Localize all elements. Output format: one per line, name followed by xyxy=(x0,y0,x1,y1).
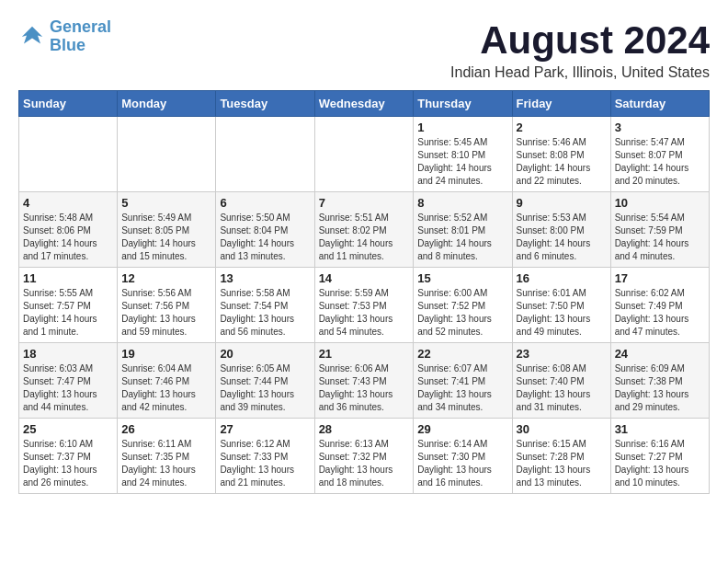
calendar-cell: 17Sunrise: 6:02 AM Sunset: 7:49 PM Dayli… xyxy=(610,268,709,343)
calendar-table: SundayMondayTuesdayWednesdayThursdayFrid… xyxy=(18,90,710,494)
calendar-cell: 29Sunrise: 6:14 AM Sunset: 7:30 PM Dayli… xyxy=(414,419,512,494)
calendar-cell xyxy=(19,117,118,192)
calendar-cell: 21Sunrise: 6:06 AM Sunset: 7:43 PM Dayli… xyxy=(314,343,414,419)
day-info: Sunrise: 6:08 AM Sunset: 7:40 PM Dayligh… xyxy=(517,362,607,414)
calendar-cell xyxy=(216,117,314,192)
day-number: 2 xyxy=(517,121,607,134)
day-number: 20 xyxy=(220,347,310,361)
calendar-cell: 24Sunrise: 6:09 AM Sunset: 7:38 PM Dayli… xyxy=(610,343,709,419)
title-section: August 2024 Indian Head Park, Illinois, … xyxy=(450,18,710,81)
day-number: 4 xyxy=(23,196,113,210)
day-number: 23 xyxy=(517,347,607,361)
day-info: Sunrise: 6:10 AM Sunset: 7:37 PM Dayligh… xyxy=(23,438,113,489)
calendar-cell: 18Sunrise: 6:03 AM Sunset: 7:47 PM Dayli… xyxy=(19,343,118,419)
day-number: 28 xyxy=(319,422,410,436)
day-info: Sunrise: 5:54 AM Sunset: 7:59 PM Dayligh… xyxy=(615,212,705,263)
day-info: Sunrise: 5:58 AM Sunset: 7:54 PM Dayligh… xyxy=(220,287,310,339)
calendar-cell: 23Sunrise: 6:08 AM Sunset: 7:40 PM Dayli… xyxy=(512,343,610,419)
logo-blue: Blue xyxy=(50,36,85,54)
day-number: 8 xyxy=(417,196,507,210)
calendar-cell: 11Sunrise: 5:55 AM Sunset: 7:57 PM Dayli… xyxy=(19,268,118,343)
calendar-cell xyxy=(314,117,414,192)
day-number: 29 xyxy=(417,422,507,436)
calendar-cell: 30Sunrise: 6:15 AM Sunset: 7:28 PM Dayli… xyxy=(512,419,610,494)
day-info: Sunrise: 5:49 AM Sunset: 8:05 PM Dayligh… xyxy=(121,212,211,263)
day-number: 14 xyxy=(319,271,410,285)
calendar-cell: 12Sunrise: 5:56 AM Sunset: 7:56 PM Dayli… xyxy=(118,268,216,343)
day-info: Sunrise: 6:07 AM Sunset: 7:41 PM Dayligh… xyxy=(417,362,507,414)
day-info: Sunrise: 5:53 AM Sunset: 8:00 PM Dayligh… xyxy=(517,212,607,263)
day-number: 24 xyxy=(615,347,705,361)
column-header-wednesday: Wednesday xyxy=(314,91,414,117)
day-number: 31 xyxy=(615,422,705,436)
calendar-cell: 26Sunrise: 6:11 AM Sunset: 7:35 PM Dayli… xyxy=(118,419,216,494)
day-info: Sunrise: 6:12 AM Sunset: 7:33 PM Dayligh… xyxy=(220,438,310,489)
calendar-week-row: 25Sunrise: 6:10 AM Sunset: 7:37 PM Dayli… xyxy=(19,419,710,494)
calendar-cell: 27Sunrise: 6:12 AM Sunset: 7:33 PM Dayli… xyxy=(216,419,314,494)
logo-general: General xyxy=(50,17,111,36)
calendar-cell: 9Sunrise: 5:53 AM Sunset: 8:00 PM Daylig… xyxy=(512,192,610,268)
calendar-cell: 6Sunrise: 5:50 AM Sunset: 8:04 PM Daylig… xyxy=(216,192,314,268)
column-header-tuesday: Tuesday xyxy=(216,91,314,117)
day-info: Sunrise: 5:51 AM Sunset: 8:02 PM Dayligh… xyxy=(319,212,410,263)
day-number: 19 xyxy=(121,347,211,361)
calendar-cell: 10Sunrise: 5:54 AM Sunset: 7:59 PM Dayli… xyxy=(610,192,709,268)
day-number: 21 xyxy=(319,347,410,361)
day-info: Sunrise: 6:00 AM Sunset: 7:52 PM Dayligh… xyxy=(417,287,507,339)
day-number: 18 xyxy=(23,347,113,361)
day-info: Sunrise: 6:16 AM Sunset: 7:27 PM Dayligh… xyxy=(615,438,705,489)
calendar-cell: 20Sunrise: 6:05 AM Sunset: 7:44 PM Dayli… xyxy=(216,343,314,419)
day-info: Sunrise: 6:01 AM Sunset: 7:50 PM Dayligh… xyxy=(517,287,607,339)
day-info: Sunrise: 6:15 AM Sunset: 7:28 PM Dayligh… xyxy=(517,438,607,489)
day-number: 3 xyxy=(615,121,705,134)
day-number: 17 xyxy=(615,271,705,285)
column-header-sunday: Sunday xyxy=(19,91,118,117)
column-header-thursday: Thursday xyxy=(414,91,512,117)
svg-marker-0 xyxy=(22,27,43,44)
day-number: 30 xyxy=(517,422,607,436)
day-info: Sunrise: 6:04 AM Sunset: 7:46 PM Dayligh… xyxy=(121,362,211,414)
day-number: 27 xyxy=(220,422,310,436)
column-header-monday: Monday xyxy=(118,91,216,117)
day-number: 16 xyxy=(517,271,607,285)
day-number: 5 xyxy=(121,196,211,210)
day-number: 13 xyxy=(220,271,310,285)
column-header-saturday: Saturday xyxy=(610,91,709,117)
calendar-week-row: 18Sunrise: 6:03 AM Sunset: 7:47 PM Dayli… xyxy=(19,343,710,419)
day-info: Sunrise: 6:13 AM Sunset: 7:32 PM Dayligh… xyxy=(319,438,410,489)
calendar-cell: 16Sunrise: 6:01 AM Sunset: 7:50 PM Dayli… xyxy=(512,268,610,343)
day-info: Sunrise: 5:48 AM Sunset: 8:06 PM Dayligh… xyxy=(23,212,113,263)
day-number: 26 xyxy=(121,422,211,436)
day-number: 1 xyxy=(417,121,507,134)
logo-bird-icon xyxy=(18,23,46,51)
calendar-week-row: 4Sunrise: 5:48 AM Sunset: 8:06 PM Daylig… xyxy=(19,192,710,268)
calendar-header-row: SundayMondayTuesdayWednesdayThursdayFrid… xyxy=(19,91,710,117)
day-info: Sunrise: 6:11 AM Sunset: 7:35 PM Dayligh… xyxy=(121,438,211,489)
calendar-cell: 15Sunrise: 6:00 AM Sunset: 7:52 PM Dayli… xyxy=(414,268,512,343)
day-number: 6 xyxy=(220,196,310,210)
calendar-cell: 22Sunrise: 6:07 AM Sunset: 7:41 PM Dayli… xyxy=(414,343,512,419)
day-number: 11 xyxy=(23,271,113,285)
calendar-cell: 25Sunrise: 6:10 AM Sunset: 7:37 PM Dayli… xyxy=(19,419,118,494)
day-info: Sunrise: 6:03 AM Sunset: 7:47 PM Dayligh… xyxy=(23,362,113,414)
calendar-cell: 14Sunrise: 5:59 AM Sunset: 7:53 PM Dayli… xyxy=(314,268,414,343)
day-info: Sunrise: 5:45 AM Sunset: 8:10 PM Dayligh… xyxy=(417,136,507,188)
calendar-week-row: 1Sunrise: 5:45 AM Sunset: 8:10 PM Daylig… xyxy=(19,117,710,192)
calendar-cell: 13Sunrise: 5:58 AM Sunset: 7:54 PM Dayli… xyxy=(216,268,314,343)
calendar-cell: 2Sunrise: 5:46 AM Sunset: 8:08 PM Daylig… xyxy=(512,117,610,192)
calendar-cell: 3Sunrise: 5:47 AM Sunset: 8:07 PM Daylig… xyxy=(610,117,709,192)
day-info: Sunrise: 5:52 AM Sunset: 8:01 PM Dayligh… xyxy=(417,212,507,263)
logo: General Blue xyxy=(18,18,111,55)
calendar-week-row: 11Sunrise: 5:55 AM Sunset: 7:57 PM Dayli… xyxy=(19,268,710,343)
calendar-cell: 31Sunrise: 6:16 AM Sunset: 7:27 PM Dayli… xyxy=(610,419,709,494)
day-info: Sunrise: 5:59 AM Sunset: 7:53 PM Dayligh… xyxy=(319,287,410,339)
header: General Blue August 2024 Indian Head Par… xyxy=(18,18,710,81)
day-info: Sunrise: 6:02 AM Sunset: 7:49 PM Dayligh… xyxy=(615,287,705,339)
day-info: Sunrise: 5:46 AM Sunset: 8:08 PM Dayligh… xyxy=(517,136,607,188)
day-number: 12 xyxy=(121,271,211,285)
page-container: General Blue August 2024 Indian Head Par… xyxy=(18,18,710,494)
day-number: 10 xyxy=(615,196,705,210)
calendar-cell: 8Sunrise: 5:52 AM Sunset: 8:01 PM Daylig… xyxy=(414,192,512,268)
calendar-cell: 5Sunrise: 5:49 AM Sunset: 8:05 PM Daylig… xyxy=(118,192,216,268)
day-number: 15 xyxy=(417,271,507,285)
